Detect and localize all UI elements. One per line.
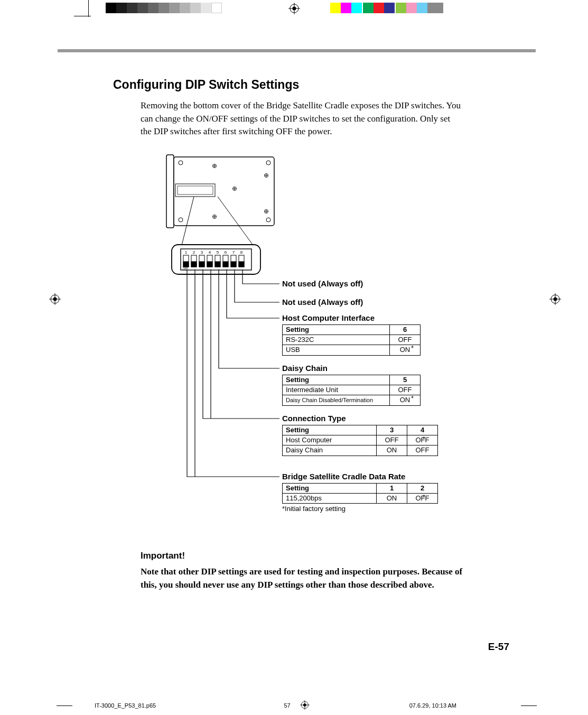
factory-setting-note: *Initial factory setting	[282, 505, 438, 513]
sw8-label: Not used (Always off)	[282, 279, 363, 288]
svg-line-61	[182, 197, 194, 245]
important-heading: Important!	[141, 551, 509, 561]
sw5-table: Setting5 Intermediate UnitOFF Daisy Chai…	[282, 375, 421, 406]
sw6-table: Setting6 RS-232COFF USBON	[282, 324, 421, 356]
asterisk: *	[423, 493, 425, 501]
asterisk: *	[411, 344, 414, 352]
section-heading: Configuring DIP Switch Settings	[113, 78, 509, 92]
color-bar	[330, 3, 443, 13]
sw7-label: Not used (Always off)	[282, 298, 363, 307]
sw6-title: Host Computer Interface	[282, 313, 421, 322]
asterisk: *	[411, 394, 414, 402]
registration-mark-icon	[300, 700, 310, 711]
asterisk: *	[423, 435, 425, 443]
print-slug: IT-3000_E_P53_81.p65 57 07.6.29, 10:13 A…	[58, 702, 536, 709]
sw12-table: Setting12 115,200bpsONOFF	[282, 483, 438, 504]
sw34-table: Setting34 Host ComputerOFFOFF Daisy Chai…	[282, 425, 438, 456]
intro-paragraph: Removing the bottom cover of the Bridge …	[141, 99, 463, 138]
slug-file: IT-3000_E_P53_81.p65	[95, 702, 156, 709]
svg-line-62	[218, 197, 253, 245]
registration-mark-icon	[288, 3, 300, 14]
sw12-title: Bridge Satellite Cradle Data Rate	[282, 472, 438, 481]
registration-mark-icon	[549, 293, 561, 305]
diagram: 1234 5678 OFF	[161, 154, 499, 540]
grayscale-bar	[106, 3, 222, 13]
sw34-title: Connection Type	[282, 414, 438, 423]
page-number: E-57	[488, 641, 509, 653]
slug-page: 57	[284, 702, 290, 709]
page-content: Configuring DIP Switch Settings Removing…	[58, 52, 536, 676]
important-body: Note that other DIP settings are used fo…	[141, 565, 479, 591]
sw5-title: Daisy Chain	[282, 364, 421, 373]
slug-timestamp: 07.6.29, 10:13 AM	[409, 702, 456, 709]
